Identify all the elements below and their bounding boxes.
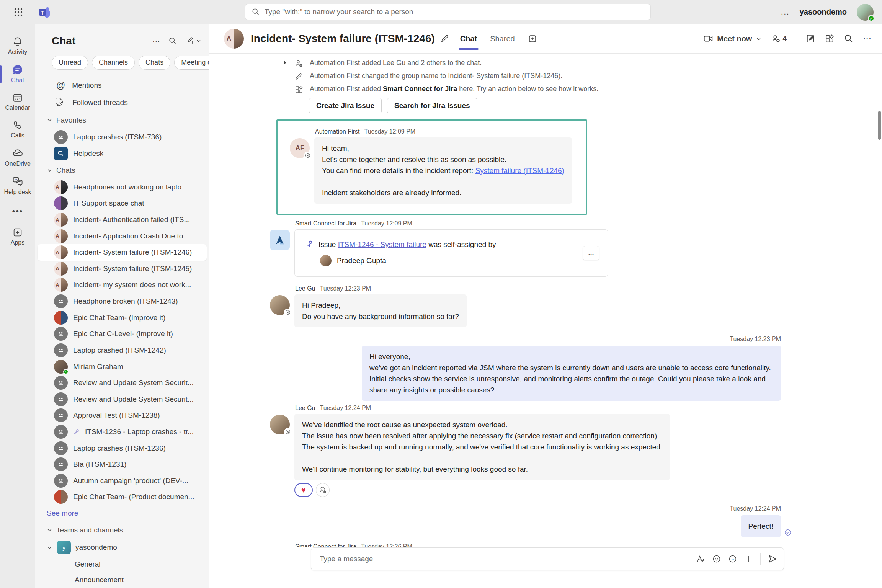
lee-gu-avatar[interactable] bbox=[270, 415, 290, 434]
heart-reaction[interactable]: ♥ bbox=[294, 483, 313, 497]
message-input[interactable] bbox=[320, 555, 696, 563]
chat-avatar[interactable]: A bbox=[224, 29, 244, 49]
filter-unread[interactable]: Unread bbox=[52, 56, 88, 70]
rail-item-apps[interactable]: Apps bbox=[0, 223, 35, 251]
jira-issue-link[interactable]: ITSM-1246 - System failure bbox=[338, 240, 426, 248]
incident-report-link[interactable]: System failure (ITSM-1246) bbox=[475, 167, 564, 175]
chat-list-item[interactable]: Laptop crashes (ITSM-1236) bbox=[38, 440, 207, 456]
tab-shared[interactable]: Shared bbox=[490, 24, 515, 54]
chat-check-icon bbox=[56, 98, 65, 107]
praise-icon[interactable]: p bbox=[728, 554, 737, 564]
global-search-input[interactable] bbox=[265, 8, 644, 16]
message-bubble: Hi everyone, we've got an incident repor… bbox=[362, 346, 781, 401]
teams-section-header[interactable]: Teams and channels bbox=[35, 521, 209, 539]
chat-more-icon[interactable]: ⋯ bbox=[863, 34, 872, 44]
chat-list-item-selected[interactable]: A Incident- System failure (ITSM-1246) bbox=[38, 244, 207, 261]
meet-now-button[interactable]: Meet now bbox=[703, 34, 762, 44]
teams-logo-icon: T bbox=[37, 5, 52, 20]
chat-list-item[interactable]: IT Support space chat bbox=[38, 195, 207, 212]
highlighted-message-outline: AF Automation FirstTuesday 12:09 PM Hi t… bbox=[276, 119, 587, 215]
group-avatar bbox=[54, 457, 68, 471]
chat-list-item[interactable]: Approval Test (ITSM-1238) bbox=[38, 407, 207, 424]
global-search[interactable] bbox=[245, 4, 651, 20]
rename-chat-icon[interactable] bbox=[440, 34, 449, 43]
chat-search-icon[interactable] bbox=[168, 37, 177, 45]
expander-icon[interactable] bbox=[283, 60, 287, 65]
lee-gu-avatar[interactable] bbox=[270, 295, 290, 315]
team-yasoondemo[interactable]: y yasoondemo bbox=[35, 539, 209, 556]
chat-list-item[interactable]: A Incident- my system does not work... bbox=[38, 277, 207, 293]
group-avatar bbox=[54, 474, 68, 488]
smart-connect-avatar[interactable] bbox=[270, 230, 290, 250]
chat-list-item[interactable]: Bla (ITSM-1231) bbox=[38, 456, 207, 473]
sidebar-item-mentions[interactable]: @ Mentions bbox=[35, 77, 209, 94]
channel-general[interactable]: General bbox=[35, 556, 209, 572]
chat-list-item[interactable]: Epic Chat Team- (Product documen... bbox=[38, 489, 207, 505]
waffle-menu-icon[interactable] bbox=[11, 5, 26, 20]
favorites-section-header[interactable]: Favorites bbox=[35, 111, 209, 129]
chat-list-item[interactable]: Epic Chat C-Level- (Improve it) bbox=[38, 326, 207, 342]
tab-chat[interactable]: Chat bbox=[460, 24, 477, 54]
chat-list-item[interactable]: A Incident- Authentication failed (ITS..… bbox=[38, 212, 207, 228]
card-more-button[interactable]: ... bbox=[583, 246, 599, 260]
chat-list-item[interactable]: Review and Update System Securit... bbox=[38, 391, 207, 407]
user-avatar[interactable]: ✓ bbox=[857, 4, 874, 21]
chat-list-item[interactable]: ITSM-1236 - Laptop crashes - tr... bbox=[38, 424, 207, 440]
presence-available-badge: ✓ bbox=[63, 369, 69, 374]
tenant-name[interactable]: yasoondemo bbox=[800, 8, 847, 16]
group-avatar bbox=[54, 130, 68, 144]
chat-list-item[interactable]: A Incident- System failure (ITSM-1245) bbox=[38, 261, 207, 277]
channel-announcement[interactable]: Announcement bbox=[35, 572, 209, 588]
split-avatar: A bbox=[54, 262, 68, 276]
chat-list-item[interactable]: Autumn campaign 'product' (DEV-... bbox=[38, 473, 207, 489]
chat-list-item[interactable]: Epic Chat Team- (Improve it) bbox=[38, 309, 207, 326]
chat-list-item[interactable]: A Incident- Application Crash Due to ... bbox=[38, 228, 207, 244]
system-event-renamed: Automation First changed the group name … bbox=[294, 72, 882, 81]
add-reaction-icon[interactable] bbox=[316, 483, 330, 497]
compose-area: p bbox=[209, 547, 882, 588]
search-jira-issues-button[interactable]: Search for Jira issues bbox=[387, 98, 477, 113]
message-jira-assign: Smart Connect for JiraTuesday 12:09 PM I… bbox=[294, 220, 882, 277]
chat-list-item[interactable]: ✓ Miriam Graham bbox=[38, 358, 207, 375]
filter-chats[interactable]: Chats bbox=[139, 56, 170, 70]
new-chat-icon[interactable] bbox=[185, 36, 201, 46]
chat-list-item[interactable]: Headphone broken (ITSM-1243) bbox=[38, 293, 207, 310]
add-people-button[interactable]: 4 bbox=[771, 34, 787, 44]
topbar-more-icon[interactable]: ... bbox=[781, 8, 790, 16]
emoji-icon[interactable] bbox=[712, 554, 721, 564]
scrollbar-thumb[interactable] bbox=[878, 111, 881, 140]
chevron-down-icon bbox=[47, 167, 52, 173]
format-icon[interactable] bbox=[696, 554, 705, 564]
notes-icon[interactable] bbox=[805, 34, 815, 44]
attach-plus-icon[interactable] bbox=[744, 554, 753, 564]
compose-box[interactable]: p bbox=[311, 547, 784, 570]
rail-item-calendar[interactable]: Calendar bbox=[0, 88, 35, 116]
search-in-chat-icon[interactable] bbox=[844, 34, 854, 44]
rail-item-calls[interactable]: Calls bbox=[0, 116, 35, 144]
chat-list-item[interactable]: A Headphones not working on lapto... bbox=[38, 179, 207, 196]
chat-filter-more-icon[interactable]: ⋯ bbox=[152, 36, 161, 46]
chat-list-item[interactable]: Laptop crashed (ITSM-1242) bbox=[38, 342, 207, 359]
rail-item-chat[interactable]: Chat bbox=[0, 60, 35, 88]
team-avatar: y bbox=[57, 541, 71, 554]
send-icon[interactable] bbox=[768, 554, 777, 564]
add-tab-icon[interactable] bbox=[528, 34, 537, 43]
rail-more-icon[interactable]: ••• bbox=[12, 206, 23, 216]
rail-item-helpdesk[interactable]: ? Help desk bbox=[0, 172, 35, 200]
chat-main: A Incident- System failure (ITSM-1246) C… bbox=[209, 24, 882, 588]
chevron-down-icon[interactable] bbox=[756, 36, 762, 42]
chat-list-item[interactable]: Helpdesk bbox=[38, 145, 207, 162]
see-more-link[interactable]: See more bbox=[35, 505, 209, 521]
filter-meeting-chats[interactable]: Meeting chats bbox=[174, 56, 209, 70]
apps-grid-icon[interactable] bbox=[825, 34, 835, 44]
filter-channels[interactable]: Channels bbox=[92, 56, 135, 70]
system-event-app-added: Automation First added Smart Connect for… bbox=[294, 85, 882, 94]
rail-item-activity[interactable]: Activity bbox=[0, 33, 35, 60]
chat-list-item[interactable]: Review and Update System Securit... bbox=[38, 375, 207, 391]
automation-first-avatar[interactable]: AF bbox=[290, 138, 310, 158]
chats-section-header[interactable]: Chats bbox=[35, 162, 209, 179]
chat-list-item[interactable]: Laptop crashes (ITSM-736) bbox=[38, 129, 207, 145]
sidebar-item-followed-threads[interactable]: Followed threads bbox=[35, 94, 209, 111]
rail-item-onedrive[interactable]: OneDrive bbox=[0, 144, 35, 172]
create-jira-issue-button[interactable]: Create Jira issue bbox=[309, 98, 382, 113]
